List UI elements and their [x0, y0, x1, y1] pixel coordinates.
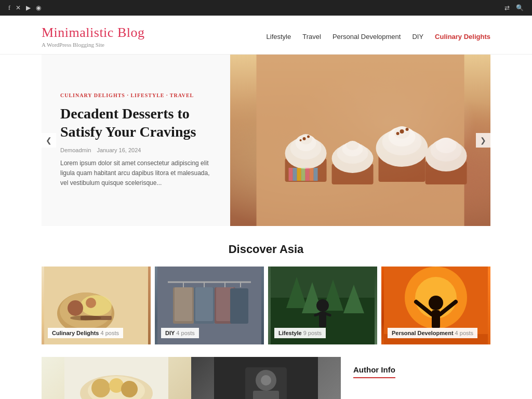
- category-card-culinary[interactable]: Culinary Delights4 posts: [42, 267, 151, 344]
- site-branding: Minimalistic Blog A WordPress Blogging S…: [42, 25, 144, 48]
- hero-author: Demoadmin: [60, 147, 91, 153]
- section-title: Discover Asia: [0, 226, 532, 267]
- svg-rect-34: [305, 168, 309, 181]
- svg-rect-36: [313, 168, 317, 181]
- hero-categories: CULINARY DELIGHTS · LIFESTYLE · TRAVEL: [60, 92, 211, 98]
- svg-point-25: [307, 136, 310, 138]
- hero-title: Decadent Desserts to Satisfy Your Cravin…: [60, 104, 211, 141]
- personal-post-count: 4 posts: [455, 330, 473, 336]
- culinary-label: Culinary Delights4 posts: [48, 328, 123, 338]
- preview-drink-image: [191, 357, 341, 399]
- svg-point-26: [299, 139, 301, 141]
- nav-travel[interactable]: Travel: [302, 33, 321, 41]
- author-info-panel: Author Info: [341, 357, 490, 399]
- culinary-post-count: 4 posts: [100, 330, 118, 336]
- slider-next-button[interactable]: ❯: [476, 133, 490, 148]
- svg-point-42: [86, 298, 96, 308]
- hero-meta: Demoadmin January 16, 2024: [60, 147, 211, 153]
- author-info-title: Author Info: [353, 365, 395, 378]
- twitter-icon[interactable]: ✕: [16, 4, 21, 12]
- social-icons: f ✕ ▶ ◉: [8, 4, 41, 12]
- bottom-preview: Author Info: [42, 357, 490, 399]
- svg-point-12: [346, 141, 358, 150]
- svg-point-44: [70, 315, 101, 321]
- hero-image-placeholder: [230, 55, 490, 226]
- svg-point-28: [405, 128, 408, 131]
- svg-point-40: [81, 295, 112, 316]
- diy-post-count: 4 posts: [176, 330, 194, 336]
- svg-rect-33: [301, 168, 305, 181]
- svg-point-23: [435, 138, 456, 153]
- facebook-icon[interactable]: f: [8, 4, 10, 12]
- svg-point-24: [302, 137, 305, 140]
- cupcake-svg: [230, 55, 490, 226]
- svg-point-71: [429, 296, 443, 310]
- hero-date: January 16, 2024: [97, 147, 141, 153]
- main-nav: Lifestyle Travel Personal Development DI…: [267, 33, 490, 41]
- site-title[interactable]: Minimalistic Blog: [42, 25, 144, 41]
- svg-rect-0: [256, 55, 464, 226]
- diy-label: DIY4 posts: [161, 328, 199, 338]
- slider-prev-button[interactable]: ❮: [42, 133, 56, 148]
- svg-rect-57: [230, 288, 248, 324]
- culinary-label-text: Culinary Delights: [52, 330, 99, 336]
- personal-label: Personal Development4 posts: [388, 328, 477, 338]
- hero-slider: ❮ CULINARY DELIGHTS · LIFESTYLE · TRAVEL…: [42, 55, 490, 226]
- svg-rect-32: [297, 168, 301, 181]
- lifestyle-label-text: Lifestyle: [278, 330, 302, 336]
- site-tagline: A WordPress Blogging Site: [42, 42, 144, 48]
- svg-rect-52: [175, 287, 192, 321]
- diy-label-text: DIY: [165, 330, 175, 336]
- drink-preview-svg: [191, 357, 341, 399]
- svg-point-86: [261, 375, 271, 385]
- svg-rect-65: [319, 312, 326, 327]
- svg-point-79: [91, 379, 110, 397]
- hero-image: [230, 55, 490, 226]
- search-icon[interactable]: 🔍: [516, 4, 524, 12]
- preview-food-image: [42, 357, 191, 399]
- category-card-lifestyle[interactable]: Lifestyle9 posts: [268, 267, 377, 344]
- nav-lifestyle[interactable]: Lifestyle: [267, 33, 291, 41]
- top-bar-right: ⇄ 🔍: [504, 4, 524, 12]
- svg-rect-35: [309, 168, 313, 181]
- nav-diy[interactable]: DIY: [412, 33, 423, 41]
- nav-culinary-delights[interactable]: Culinary Delights: [435, 33, 490, 41]
- share-icon[interactable]: ⇄: [504, 4, 510, 12]
- site-header: Minimalistic Blog A WordPress Blogging S…: [0, 16, 532, 55]
- lifestyle-post-count: 9 posts: [303, 330, 322, 336]
- svg-point-81: [121, 381, 138, 397]
- svg-point-6: [299, 134, 312, 144]
- food-preview-svg: [42, 357, 191, 399]
- svg-rect-31: [292, 168, 297, 181]
- svg-point-41: [68, 300, 83, 316]
- hero-excerpt: Lorem ipsum dolor sit amet consectetur a…: [60, 158, 211, 189]
- category-grid: Culinary Delights4 posts: [42, 267, 490, 344]
- youtube-icon[interactable]: ▶: [26, 4, 31, 12]
- svg-point-64: [316, 299, 329, 312]
- top-bar: f ✕ ▶ ◉ ⇄ 🔍: [0, 0, 532, 16]
- nav-personal-development[interactable]: Personal Development: [332, 33, 401, 41]
- svg-point-29: [396, 132, 399, 135]
- hero-content: CULINARY DELIGHTS · LIFESTYLE · TRAVEL D…: [42, 55, 230, 226]
- svg-point-27: [400, 129, 404, 134]
- svg-rect-54: [195, 287, 213, 321]
- svg-rect-85: [253, 391, 279, 399]
- lifestyle-label: Lifestyle9 posts: [274, 328, 326, 338]
- category-card-personal[interactable]: Personal Development4 posts: [381, 267, 490, 344]
- svg-rect-30: [288, 168, 292, 181]
- category-card-diy[interactable]: DIY4 posts: [155, 267, 264, 344]
- instagram-icon[interactable]: ◉: [36, 4, 41, 12]
- personal-label-text: Personal Development: [392, 330, 454, 336]
